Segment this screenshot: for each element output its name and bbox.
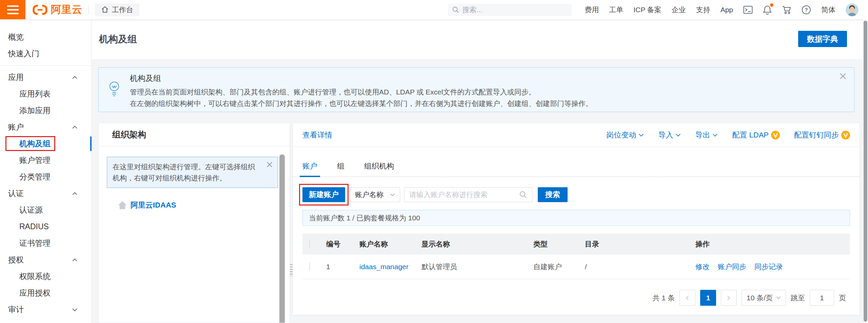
detail-toolbar: 查看详情 岗位变动 导入 导出 配置 LDAP	[293, 123, 860, 147]
search-button[interactable]: 搜索	[538, 187, 568, 202]
sidebar-item-category-mgmt[interactable]: 分类管理	[0, 169, 91, 185]
tab-org-structure[interactable]: 组织机构	[364, 161, 394, 176]
view-detail-link[interactable]: 查看详情	[302, 130, 332, 140]
sidebar-item-auth-source[interactable]: 认证源	[0, 202, 91, 218]
sidebar-item-add-app[interactable]: 添加应用	[0, 102, 91, 119]
chevron-down-icon	[776, 296, 781, 299]
sidebar-item-radius[interactable]: RADIUS	[0, 218, 91, 235]
page-number-button[interactable]: 1	[700, 290, 716, 306]
org-tree-root-label: 阿里云IDAAS	[131, 200, 176, 210]
select-all-checkbox[interactable]	[309, 240, 310, 248]
col-header-no: 编号	[326, 239, 359, 249]
jump-to-label: 跳至	[791, 293, 805, 303]
page-header: 机构及组 数据字典	[92, 19, 868, 60]
topbar-right: 费用 工单 ICP 备案 企业 支持 App ? 简体	[448, 3, 868, 16]
language-switch[interactable]: 简体	[821, 5, 835, 15]
chevron-up-icon	[72, 192, 78, 195]
logo-text: 阿里云	[51, 3, 82, 17]
sidebar-item-org-groups[interactable]: 机构及组	[0, 135, 91, 152]
op-account-sync-link[interactable]: 账户同步	[718, 262, 746, 272]
hamburger-menu-button[interactable]	[0, 0, 25, 19]
op-modify-link[interactable]: 修改	[695, 262, 710, 272]
tab-accounts[interactable]: 账户	[302, 161, 317, 176]
menu-icp[interactable]: ICP 备案	[633, 5, 661, 15]
user-avatar[interactable]	[846, 3, 859, 16]
cell-display: 默认管理员	[421, 262, 533, 272]
cell-account-link[interactable]: idaas_manager	[359, 263, 421, 271]
org-tree-root-node[interactable]: 阿里云IDAAS	[118, 200, 290, 210]
search-icon	[452, 6, 459, 14]
row-checkbox[interactable]	[309, 262, 310, 271]
chevron-up-icon	[72, 76, 78, 79]
sidebar-item-app-list[interactable]: 应用列表	[0, 86, 91, 102]
chevron-left-icon	[686, 295, 689, 301]
close-icon[interactable]	[266, 161, 273, 168]
window-scrollbar-thumb[interactable]	[864, 21, 867, 322]
cell-dir: /	[585, 263, 695, 271]
splitter-grip-handle[interactable]	[290, 264, 293, 276]
sidebar-group-applications[interactable]: 应用	[0, 69, 91, 86]
aliyun-logo[interactable]: 阿里云	[32, 3, 82, 17]
configure-ldap-link[interactable]: 配置 LDAP	[732, 130, 780, 140]
cart-icon[interactable]	[782, 5, 791, 14]
data-dictionary-button[interactable]: 数据字典	[798, 31, 847, 47]
panel-scrollbar-thumb[interactable]	[279, 154, 285, 323]
sidebar-item-account-mgmt[interactable]: 账户管理	[0, 152, 91, 169]
account-search-input[interactable]	[409, 191, 519, 199]
menu-support[interactable]: 支持	[696, 5, 710, 15]
sidebar-item-overview[interactable]: 概览	[0, 29, 91, 45]
global-search-input[interactable]	[462, 6, 568, 14]
banner-line-2: 在左侧的组织架构树中，可以右键点击某个部门对其进行操作，也可以左键选择某个部门，…	[130, 98, 854, 109]
sidebar-item-app-authorization[interactable]: 应用授权	[0, 285, 91, 301]
filter-field-select[interactable]: 账户名称	[350, 187, 400, 202]
next-page-button[interactable]	[721, 290, 737, 306]
sidebar-item-quickstart[interactable]: 快速入门	[0, 45, 91, 62]
pagination-total: 共 1 条	[653, 293, 675, 303]
position-change-dropdown[interactable]: 岗位变动	[606, 130, 644, 140]
chevron-down-icon	[638, 133, 644, 137]
jump-page-input[interactable]	[810, 290, 834, 306]
menu-enterprise[interactable]: 企业	[672, 5, 686, 15]
sidebar-divider	[0, 65, 91, 66]
menu-billing[interactable]: 费用	[585, 5, 599, 15]
sidebar-group-audit[interactable]: 审计	[0, 301, 91, 318]
import-dropdown[interactable]: 导入	[658, 130, 681, 140]
svg-text:?: ?	[805, 7, 808, 13]
org-tree-tip: 在这里对组织架构进行管理。左键可选择组织机构，右键可对组织机构进行操作。	[107, 157, 278, 188]
sidebar-item-permission-system[interactable]: 权限系统	[0, 268, 91, 285]
configure-dingtalk-sync-link[interactable]: 配置钉钉同步	[794, 130, 850, 140]
filter-field-value: 账户名称	[355, 190, 383, 199]
content-panels: 组织架构 在这里对组织架构进行管理。左键可选择组织机构，右键可对组织机构进行操作…	[98, 123, 860, 323]
sidebar-item-cert-mgmt[interactable]: 证书管理	[0, 235, 91, 252]
sidebar-group-authorization[interactable]: 授权	[0, 252, 91, 268]
tab-groups[interactable]: 组	[337, 161, 344, 176]
cell-no: 1	[326, 263, 359, 271]
prev-page-button[interactable]	[679, 290, 695, 306]
export-dropdown[interactable]: 导出	[695, 130, 718, 140]
new-account-button[interactable]: 新建账户	[302, 187, 345, 202]
chevron-down-icon	[675, 133, 681, 137]
banner-body: 机构及组 管理员在当前页面对组织架构、部门及其包含的组、账户进行管理，也可以使用…	[130, 68, 854, 112]
console-terminal-icon[interactable]	[743, 6, 753, 14]
workbench-button[interactable]: 工作台	[95, 3, 139, 16]
notification-bell-icon[interactable]	[763, 5, 772, 15]
table-row: 1 idaas_manager 默认管理员 自建账户 / 修改 账户同步 同步记…	[302, 255, 850, 279]
table-header-row: 编号 账户名称 显示名称 类型 目录 操作	[302, 234, 850, 255]
page-size-select[interactable]: 10 条/页	[742, 290, 786, 306]
sidebar-group-authentication[interactable]: 认证	[0, 185, 91, 202]
menu-tickets[interactable]: 工单	[609, 5, 623, 15]
panel-splitter	[290, 123, 293, 323]
top-bar: 阿里云 工作台 费用 工单 ICP 备案 企业 支持 App	[0, 0, 868, 19]
global-search[interactable]	[448, 4, 572, 16]
banner-line-1: 管理员在当前页面对组织架构、部门及其包含的组、账户进行管理，也可以使用AD、LD…	[130, 86, 854, 98]
op-sync-record-link[interactable]: 同步记录	[754, 262, 783, 272]
help-icon[interactable]: ?	[802, 5, 811, 15]
sidebar-group-accounts[interactable]: 账户	[0, 119, 91, 135]
org-tip-text: 在这里对组织架构进行管理。左键可选择组织机构，右键可对组织机构进行操作。	[113, 163, 255, 182]
page-title: 机构及组	[99, 33, 137, 46]
col-header-account: 账户名称	[359, 239, 421, 249]
col-header-display: 显示名称	[421, 239, 533, 249]
close-icon[interactable]	[839, 72, 847, 80]
window-scrollbar	[863, 19, 868, 323]
menu-app[interactable]: App	[721, 6, 733, 14]
